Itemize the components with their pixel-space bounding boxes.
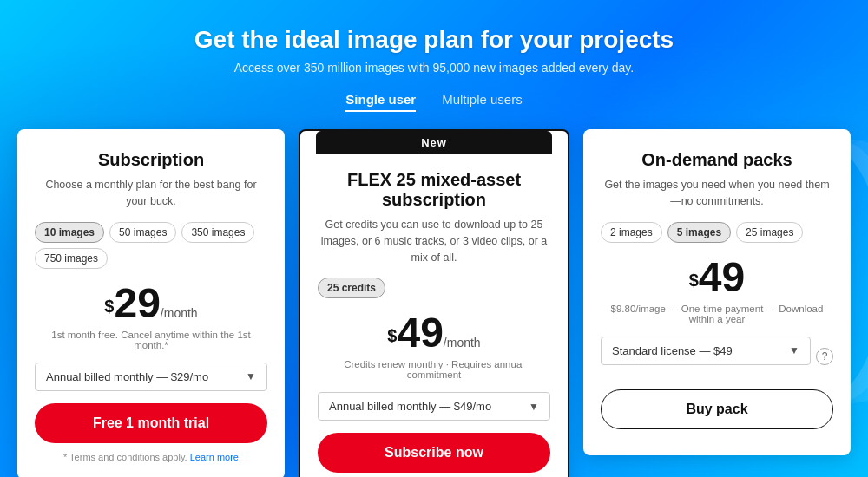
flex-card-desc: Get credits you can use to download up t… [318, 217, 550, 265]
subscription-price-period: /month [161, 306, 198, 320]
flex-price-block: $49/month [318, 312, 550, 354]
tab-single-user[interactable]: Single user [345, 92, 416, 112]
subscription-billing-dropdown[interactable]: Annual billed monthly — $29/mo ▼ [35, 363, 267, 391]
subscription-price-main: 29 [114, 280, 160, 326]
flex-price-main: 49 [397, 310, 443, 356]
ondemand-price-main: 49 [699, 254, 745, 300]
ondemand-card-desc: Get the images you need when you need th… [601, 177, 833, 210]
flex-card: New FLEX 25 mixed-asset subscription Get… [299, 129, 569, 477]
subscription-terms: * Terms and conditions apply. Learn more [35, 452, 267, 462]
subscription-card: Subscription Choose a monthly plan for t… [17, 129, 285, 477]
ondemand-card: On-demand packs Get the images you need … [583, 129, 851, 455]
subscribe-now-button[interactable]: Subscribe now [318, 433, 550, 473]
help-icon[interactable]: ? [816, 348, 833, 365]
subscription-card-title: Subscription [35, 150, 267, 170]
ondemand-price-note: $9.80/image — One-time payment — Downloa… [601, 304, 833, 324]
chevron-down-icon: ▼ [789, 344, 799, 356]
tabs-bar: Single user Multiple users [345, 92, 522, 112]
buy-pack-button[interactable]: Buy pack [601, 389, 833, 429]
option-25-credits[interactable]: 25 credits [318, 278, 385, 298]
page-subtitle: Access over 350 million images with 95,0… [234, 61, 634, 75]
chevron-down-icon: ▼ [529, 401, 539, 413]
page-wrapper: Get the ideal image plan for your projec… [0, 0, 868, 477]
option-10-images[interactable]: 10 images [35, 222, 104, 243]
option-2-images[interactable]: 2 images [601, 222, 662, 243]
cards-row: Subscription Choose a monthly plan for t… [17, 129, 851, 477]
ondemand-billing-dropdown[interactable]: Standard license — $49 ▼ [601, 337, 811, 365]
ondemand-price-block: $49 [601, 257, 833, 298]
flex-card-inner: FLEX 25 mixed-asset subscription Get cre… [318, 154, 550, 477]
tab-multiple-users[interactable]: Multiple users [442, 92, 523, 112]
learn-more-link[interactable]: Learn more [190, 452, 239, 462]
flex-card-title: FLEX 25 mixed-asset subscription [318, 170, 550, 210]
option-5-images[interactable]: 5 images [667, 222, 731, 243]
ondemand-billing-label: Standard license — $49 [612, 344, 733, 357]
subscription-card-desc: Choose a monthly plan for the best bang … [35, 177, 267, 210]
subscription-billing-label: Annual billed monthly — $29/mo [46, 370, 208, 383]
subscription-price-note: 1st month free. Cancel anytime within th… [35, 330, 267, 350]
chevron-down-icon: ▼ [246, 370, 256, 382]
flex-options: 25 credits [318, 278, 550, 298]
flex-price-period: /month [444, 336, 481, 350]
ondemand-options: 2 images 5 images 25 images [601, 222, 833, 243]
subscription-price-sup: $ [104, 296, 114, 315]
page-title: Get the ideal image plan for your projec… [194, 26, 674, 54]
option-750-images[interactable]: 750 images [35, 248, 108, 269]
ondemand-card-title: On-demand packs [601, 150, 833, 170]
option-350-images[interactable]: 350 images [181, 222, 254, 243]
flex-price-sup: $ [387, 326, 397, 345]
subscription-price-block: $29/month [35, 283, 267, 324]
flex-price-note: Credits renew monthly · Requires annual … [318, 359, 550, 380]
option-50-images[interactable]: 50 images [109, 222, 176, 243]
option-25-images[interactable]: 25 images [736, 222, 803, 243]
free-trial-button[interactable]: Free 1 month trial [35, 403, 267, 443]
flex-card-badge: New [316, 131, 552, 154]
flex-billing-dropdown[interactable]: Annual billed monthly — $49/mo ▼ [318, 392, 550, 421]
subscription-options: 10 images 50 images 350 images 750 image… [35, 222, 267, 269]
ondemand-price-sup: $ [689, 270, 699, 289]
flex-billing-label: Annual billed monthly — $49/mo [329, 400, 491, 413]
ondemand-billing-row: Standard license — $49 ▼ ? [601, 337, 833, 377]
